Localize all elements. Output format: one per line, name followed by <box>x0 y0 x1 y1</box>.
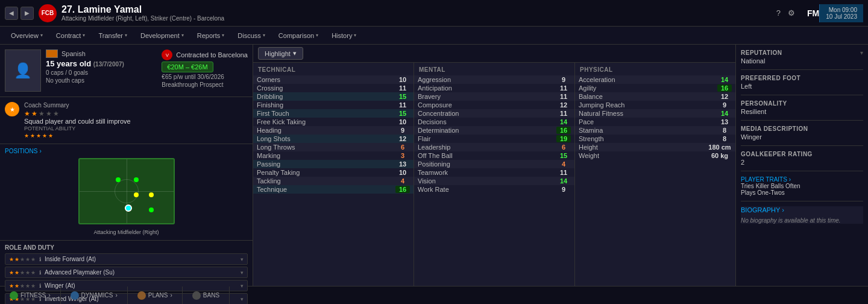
divider-personality <box>741 120 863 121</box>
bottom-tab-fitness[interactable]: FITNESS › <box>0 287 61 304</box>
attr-concentration: Concentration11 <box>414 109 574 118</box>
bottom-tab-dynamics[interactable]: DYNAMICS › <box>61 287 128 304</box>
attr-work-rate: Work Rate9 <box>414 185 574 194</box>
biography-title[interactable]: BIOGRAPHY › <box>741 206 863 214</box>
bottom-tab-bans[interactable]: BANS <box>183 287 230 304</box>
position-dot-1 <box>116 177 121 182</box>
player-details-block: Spanish 15 years old (13/7/2007) 0 caps … <box>46 49 157 92</box>
attrs-container: TECHNICAL Corners10 Crossing11 Dribbling… <box>253 63 735 286</box>
attr-dribbling: Dribbling15 <box>253 92 414 101</box>
technical-column: TECHNICAL Corners10 Crossing11 Dribbling… <box>253 63 414 286</box>
pitch-container: Attacking Midfielder (Right) <box>5 158 248 236</box>
pitch <box>78 158 175 224</box>
coach-stars: ★★★★★ <box>24 110 248 118</box>
role-name-1: Inside Forward (At) <box>45 256 237 262</box>
tab-transfer[interactable]: Transfer ▾ <box>92 30 133 42</box>
help-icon[interactable]: ? <box>776 8 781 17</box>
tab-contract[interactable]: Contract ▾ <box>50 30 92 42</box>
trait-1: Tries Killer Balls Often <box>741 183 863 189</box>
mental-header: MENTAL <box>414 65 574 74</box>
divider-gk <box>741 171 863 171</box>
contract-header: V Contracted to Barcelona <box>162 49 248 60</box>
role-expand-1[interactable]: ▾ <box>241 256 244 262</box>
player-name: 27. Lamine Yamal <box>61 4 776 15</box>
potential-label: POTENTIAL ABILITY <box>24 125 248 131</box>
role-expand-2[interactable]: ▾ <box>241 270 244 276</box>
attr-long-shots: Long Shots12 <box>253 135 414 143</box>
divider-foot <box>741 95 863 95</box>
tab-development[interactable]: Development ▾ <box>134 30 190 42</box>
attr-passing: Passing13 <box>253 160 414 168</box>
plans-icon <box>137 291 146 300</box>
tab-discuss[interactable]: Discuss ▾ <box>231 30 271 42</box>
positions-title[interactable]: POSITIONS › <box>5 148 248 154</box>
role-duty-title: ROLE AND DUTY <box>5 244 248 251</box>
player-traits-section: PLAYER TRAITS › Tries Killer Balls Often… <box>741 176 863 196</box>
nav-arrows: ◀ ▶ <box>5 7 34 20</box>
player-traits-title[interactable]: PLAYER TRAITS › <box>741 176 863 183</box>
player-subtitle: Attacking Midfielder (Right, Left), Stri… <box>61 15 776 22</box>
attr-teamwork: Teamwork11 <box>414 168 574 177</box>
role-stars-2: ★★★★★ <box>9 270 36 276</box>
tab-reports[interactable]: Reports ▾ <box>191 30 231 42</box>
gk-rating-section: GOALKEEPER RATING 2 <box>741 151 863 166</box>
attr-first-touch: First Touch15 <box>253 109 414 118</box>
coach-summary: ★ Coach Summary ★★★★★ Squad player and c… <box>0 97 253 144</box>
position-active <box>125 204 132 212</box>
reputation-title: REPUTATION <box>741 49 782 56</box>
attr-stamina: Stamina8 <box>575 126 735 135</box>
attr-marking: Marking3 <box>253 151 414 160</box>
mid-panel: Highlight ▾ TECHNICAL Corners10 Crossing… <box>253 45 735 286</box>
role-expand-4[interactable]: ▾ <box>241 296 244 302</box>
value-badge: €20M – €26M <box>162 62 213 72</box>
club-mini-badge: V <box>162 49 172 60</box>
nav-tabs-bar: Overview ▾ Contract ▾ Transfer ▾ Develop… <box>0 27 868 45</box>
attr-natural-fitness: Natural Fitness14 <box>575 109 735 118</box>
left-panel: 👤 Spanish 15 years old (13/7/2007) 0 cap… <box>0 45 253 286</box>
role-expand-3[interactable]: ▾ <box>241 283 244 289</box>
reputation-value: National <box>741 57 863 65</box>
tab-comparison[interactable]: Comparison ▾ <box>272 30 324 42</box>
potential-stars: ★★★★★ <box>24 133 248 139</box>
personality-value: Resilient <box>741 108 863 115</box>
contract-section: V Contracted to Barcelona €20M – €26M €6… <box>162 49 248 92</box>
biography-text: No biography is available at this time. <box>741 217 863 224</box>
player-title-section: 27. Lamine Yamal Attacking Midfielder (R… <box>61 4 776 22</box>
player-youth-caps: No youth caps <box>46 77 157 84</box>
physical-header: PHYSICAL <box>575 65 735 74</box>
tab-history[interactable]: History ▾ <box>326 30 362 42</box>
attr-heading: Heading9 <box>253 126 414 135</box>
coach-details: Coach Summary ★★★★★ Squad player and cou… <box>24 102 248 139</box>
tab-overview[interactable]: Overview ▾ <box>5 30 49 42</box>
bans-icon <box>192 291 201 300</box>
preferred-foot-value: Left <box>741 83 863 90</box>
role-stars-1: ★★★★★ <box>9 256 36 262</box>
attr-jumping-reach: Jumping Reach9 <box>575 101 735 109</box>
physical-column: PHYSICAL Acceleration14 Agility16 Balanc… <box>575 63 735 286</box>
bottom-tab-plans[interactable]: PLANS › <box>128 287 183 304</box>
settings-icon[interactable]: ⚙ <box>788 8 795 17</box>
coach-desc: Squad player and could still improve <box>24 118 248 125</box>
nav-forward[interactable]: ▶ <box>20 7 34 20</box>
divider-traits <box>741 201 863 201</box>
attr-strength: Strength8 <box>575 135 735 143</box>
contract-title: Contracted to Barcelona <box>176 51 248 59</box>
attr-composure: Composure12 <box>414 101 574 109</box>
highlight-button[interactable]: Highlight ▾ <box>258 47 303 60</box>
attr-bravery: Bravery11 <box>414 92 574 101</box>
attr-acceleration: Acceleration14 <box>575 75 735 84</box>
player-avatar: 👤 <box>5 49 41 92</box>
attr-free-kick: Free Kick Taking10 <box>253 118 414 126</box>
nav-back[interactable]: ◀ <box>5 7 18 20</box>
preferred-foot-section: PREFERRED FOOT Left <box>741 75 863 90</box>
role-item-1: ★★★★★ ℹ Inside Forward (At) ▾ <box>5 253 248 265</box>
attr-agility: Agility16 <box>575 84 735 92</box>
player-caps: 0 caps / 0 goals <box>46 69 157 76</box>
pitch-centerline <box>127 159 127 223</box>
reputation-expand[interactable]: ▾ <box>860 49 863 56</box>
dynamics-icon <box>71 291 79 300</box>
attr-finishing: Finishing11 <box>253 101 414 109</box>
role-item-2: ★★★★★ ℹ Advanced Playmaker (Su) ▾ <box>5 267 248 278</box>
attr-height: Height180 cm <box>575 143 735 151</box>
coach-icon: ★ <box>5 102 19 116</box>
